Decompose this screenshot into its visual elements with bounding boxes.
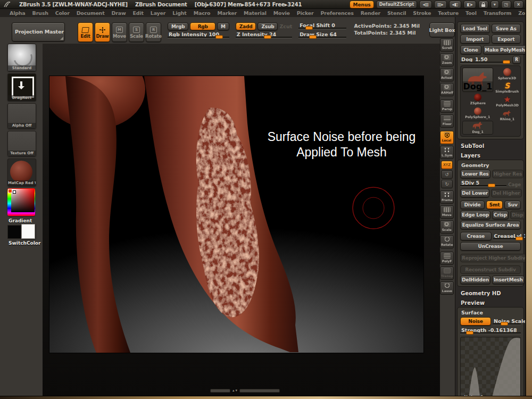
- menu-item-color[interactable]: Color: [55, 10, 70, 16]
- preview-palette-header[interactable]: Preview: [461, 300, 526, 306]
- tool-item-simplebrush[interactable]: S SimpleBrush: [495, 81, 519, 94]
- persp-button[interactable]: Persp: [440, 99, 454, 113]
- transp-button[interactable]: Transp: [440, 267, 454, 280]
- export-button[interactable]: Export: [492, 35, 521, 44]
- menu-item-stencil[interactable]: Stencil: [387, 10, 406, 16]
- menu-item-texture[interactable]: Texture: [438, 10, 459, 16]
- menu-item-material[interactable]: Material: [244, 10, 267, 16]
- active-tool-thumbnail[interactable]: Dog_1: [462, 68, 493, 92]
- restore-icon[interactable]: ◳: [501, 1, 512, 9]
- rgb-button[interactable]: Rgb: [190, 22, 215, 30]
- polyf-button[interactable]: PolyF: [440, 252, 454, 265]
- sdiv-slider[interactable]: SDiv 5: [460, 180, 506, 187]
- menus-toggle-button[interactable]: Menus: [350, 1, 373, 9]
- menu-item-brush[interactable]: Brush: [32, 10, 48, 16]
- menu-item-transform[interactable]: Transform: [484, 10, 511, 16]
- tool-name-slider[interactable]: Dog_1.50: [460, 56, 511, 64]
- lsym-button[interactable]: L.Sym: [440, 146, 454, 159]
- edge-loop-button[interactable]: Edge Loop: [460, 211, 491, 219]
- higher-res-button[interactable]: Higher Res: [492, 170, 524, 178]
- scrollbar-right-segment[interactable]: [239, 389, 280, 393]
- xyz-button[interactable]: XYZ: [441, 161, 453, 169]
- lasso-button[interactable]: Lasso: [440, 281, 454, 295]
- geometry-hd-palette-header[interactable]: Geometry HD: [461, 290, 526, 296]
- tool-item-polysphere[interactable]: PolySphere_1: [464, 107, 491, 120]
- tool-item-zsphere[interactable]: ZSphere: [470, 93, 486, 106]
- geometry-header[interactable]: Geometry: [461, 162, 521, 168]
- crisp-button[interactable]: Crisp: [492, 211, 509, 219]
- minimize-icon[interactable]: ▾: [491, 1, 499, 9]
- default-zscript-button[interactable]: DefaultZScript: [376, 1, 418, 9]
- local-button[interactable]: Local: [440, 131, 454, 144]
- del-lower-button[interactable]: Del Lower: [460, 189, 489, 197]
- sculpt-canvas[interactable]: Surface Noise before being Applied To Me…: [49, 76, 424, 353]
- pages-right-icon[interactable]: ◧▸: [463, 1, 476, 9]
- lock-icon[interactable]: [478, 1, 488, 9]
- lower-res-button[interactable]: Lower Res: [460, 170, 491, 178]
- floor-button[interactable]: Floor: [440, 114, 454, 128]
- light-box-button[interactable]: Light Box: [429, 22, 455, 37]
- load-tool-button[interactable]: Load Tool: [460, 24, 490, 33]
- insertmesh-button[interactable]: InsertMesh: [492, 276, 525, 284]
- smt-button[interactable]: Smt: [486, 201, 503, 209]
- focal-shift-slider[interactable]: Focal Shift 0: [298, 22, 346, 30]
- scale-3d-button[interactable]: Scale: [440, 220, 454, 234]
- switch-color-button[interactable]: SwitchColor: [9, 240, 35, 246]
- noise-scale-slider[interactable]: Noise Scale: [493, 318, 521, 326]
- primary-color-swatch[interactable]: [21, 224, 35, 239]
- subtool-palette-header[interactable]: SubTool: [461, 143, 526, 149]
- current-texture-thumbnail[interactable]: Texture Off: [7, 131, 36, 156]
- current-alpha-thumbnail[interactable]: Alpha Off: [7, 103, 36, 129]
- save-as-button[interactable]: Save As: [492, 24, 521, 33]
- equalize-surface-area-button[interactable]: Equalize Surface Area: [460, 221, 521, 229]
- zcut-button[interactable]: Zcut: [279, 23, 292, 29]
- zadd-button[interactable]: Zadd: [236, 22, 256, 30]
- secondary-color-swatch[interactable]: [7, 225, 21, 239]
- menu-item-layer[interactable]: Layer: [151, 10, 166, 16]
- import-button[interactable]: Import: [460, 35, 490, 44]
- draw-size-slider[interactable]: Draw Size 64: [298, 31, 346, 39]
- horizontal-scrollbar[interactable]: ▴▾: [210, 389, 280, 393]
- rotate-3d-button[interactable]: Rotate: [440, 235, 454, 248]
- frame-button[interactable]: Frame: [440, 190, 454, 204]
- surface-header[interactable]: Surface: [461, 310, 521, 315]
- zoom-button[interactable]: Zoom: [440, 53, 454, 66]
- current-stroke-thumbnail[interactable]: DragRect: [7, 73, 36, 101]
- close-icon[interactable]: ×: [513, 1, 523, 9]
- z-intensity-slider[interactable]: Z Intensity 24: [236, 31, 292, 39]
- tool-item-rhino[interactable]: Rhino_1: [500, 109, 515, 122]
- clone-button[interactable]: Clone: [460, 45, 481, 54]
- cage-button[interactable]: Cage: [508, 182, 521, 187]
- tool-item-polymesh3d[interactable]: ★ PolyMesh3D: [495, 95, 519, 108]
- tool-item-dog-small[interactable]: Dog_1: [462, 121, 493, 135]
- noise-button[interactable]: Noise: [460, 317, 491, 326]
- tool-item-sphere3d[interactable]: Sphere3D: [497, 68, 517, 80]
- gradient-label[interactable]: Gradient: [9, 218, 35, 223]
- rotate-mode-button[interactable]: R Rotate: [146, 22, 161, 42]
- menu-item-picker[interactable]: Picker: [297, 10, 314, 16]
- menu-item-document[interactable]: Document: [77, 10, 105, 16]
- menu-item-draw[interactable]: Draw: [112, 10, 126, 16]
- divide-button[interactable]: Divide: [460, 201, 485, 209]
- menu-item-stroke[interactable]: Stroke: [413, 10, 431, 16]
- uncrease-button[interactable]: UnCrease: [460, 242, 521, 251]
- draw-mode-button[interactable]: Draw: [95, 22, 110, 42]
- menu-item-alpha[interactable]: Alpha: [10, 10, 26, 16]
- scrollbar-arrows-icon[interactable]: ▴▾: [232, 389, 237, 393]
- zsub-button[interactable]: Zsub: [257, 22, 278, 30]
- suv-button[interactable]: Suv: [504, 201, 521, 209]
- menu-item-preferences[interactable]: Preferences: [321, 10, 354, 16]
- picker-cursor[interactable]: [13, 190, 16, 194]
- rgb-intensity-slider[interactable]: Rgb Intensity 100: [168, 31, 229, 39]
- aahalf-button[interactable]: AAHalf: [440, 83, 454, 96]
- crease-lvl-slider[interactable]: CreaseLvl 15: [493, 233, 521, 240]
- m-button[interactable]: M: [217, 22, 229, 30]
- menu-item-edit[interactable]: Edit: [133, 10, 144, 16]
- current-material-thumbnail[interactable]: MatCap Red Wa: [7, 159, 36, 186]
- make-polymesh3d-button[interactable]: Make PolyMesh3D: [483, 45, 526, 54]
- menu-item-render[interactable]: Render: [361, 10, 380, 16]
- reconstruct-subdiv-button[interactable]: Reconstruct Subdiv: [460, 265, 521, 274]
- color-picker[interactable]: [7, 188, 35, 216]
- crease-button[interactable]: Crease: [460, 232, 492, 240]
- projection-master-button[interactable]: Projection Master: [12, 22, 65, 41]
